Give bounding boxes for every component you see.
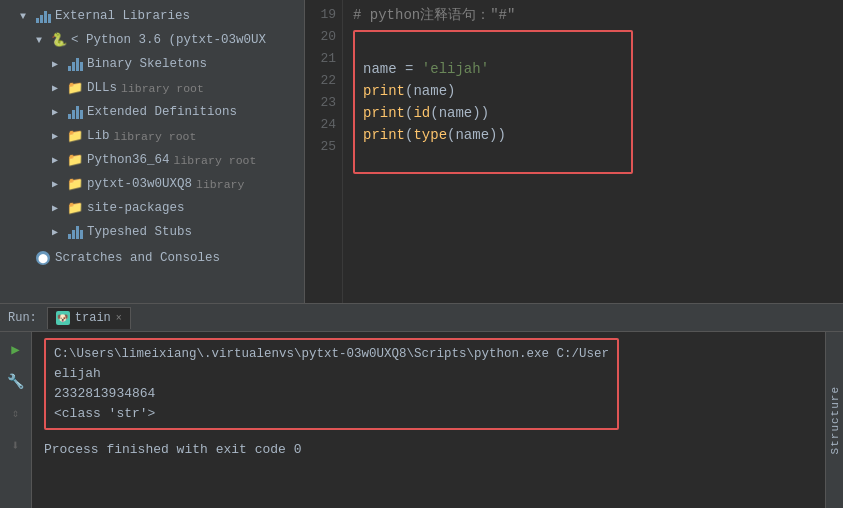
arrow-icon: ▶ — [52, 82, 66, 94]
run-tab-name: train — [75, 311, 111, 325]
bar-icon — [66, 56, 84, 72]
sidebar-item-extended-definitions[interactable]: ▶ Extended Definitions — [0, 100, 304, 124]
sidebar-item-label: External Libraries — [55, 9, 190, 23]
folder-icon: 📁 — [66, 128, 84, 144]
code-line-23: print(id(name)) — [363, 102, 623, 124]
comment-hash: # python注释语句："#" — [353, 7, 515, 23]
library-root-label: library root — [121, 82, 204, 95]
arrow-icon: ▶ — [52, 226, 66, 238]
arrow-icon: ▶ — [52, 178, 66, 190]
library-root-label: library root — [114, 130, 197, 143]
structure-label: Structure — [829, 386, 841, 454]
run-toolbar: ▶ 🔧 ⇕ ⬇ — [0, 332, 32, 508]
sidebar-item-label: pytxt-03w0UXQ8 — [87, 177, 192, 191]
line-numbers: 19 20 21 22 23 24 25 — [305, 0, 343, 303]
folder-icon: 📁 — [66, 176, 84, 192]
scratches-icon: ⬤ — [34, 250, 52, 266]
code-highlight-box: name = 'elijah' print(name) print(id(nam… — [353, 30, 633, 174]
sidebar-item-label: Extended Definitions — [87, 105, 237, 119]
sidebar-item-lib[interactable]: ▶ 📁 Lib library root — [0, 124, 304, 148]
run-panel: Run: 🐶 train × ▶ 🔧 ⇕ ⬇ C:\Users\limeixia… — [0, 303, 843, 508]
folder-icon: 📁 — [66, 152, 84, 168]
process-finished-line: Process finished with exit code 0 — [44, 440, 813, 460]
sidebar-item-label: Binary Skeletons — [87, 57, 207, 71]
run-label: Run: — [8, 311, 37, 325]
output-path-line: C:\Users\limeixiang\.virtualenvs\pytxt-0… — [54, 344, 609, 364]
sidebar-item-label: Python36_64 — [87, 153, 170, 167]
folder-icon: 📁 — [66, 200, 84, 216]
arrow-icon: ▶ — [52, 130, 66, 142]
folder-icon: 📁 — [66, 80, 84, 96]
sidebar-item-site-packages[interactable]: ▶ 📁 site-packages — [0, 196, 304, 220]
arrow-icon: ▼ — [20, 11, 34, 22]
bar-icon — [66, 104, 84, 120]
run-play-button[interactable]: ▶ — [5, 338, 27, 360]
bar-icon — [66, 224, 84, 240]
output-area: C:\Users\limeixiang\.virtualenvs\pytxt-0… — [32, 332, 825, 508]
sidebar-item-python36[interactable]: ▼ 🐍 < Python 3.6 (pytxt-03w0UX — [0, 28, 304, 52]
structure-panel: Structure — [825, 332, 843, 508]
code-editor: 19 20 21 22 23 24 25 # python注释语句："#" na… — [305, 0, 843, 303]
code-line-21: name = 'elijah' — [363, 58, 623, 80]
run-tabs-bar: Run: 🐶 train × — [0, 304, 843, 332]
arrow-icon: ▶ — [52, 202, 66, 214]
sidebar-item-scratches[interactable]: ▶ ⬤ Scratches and Consoles — [0, 246, 304, 270]
run-tab-icon: 🐶 — [56, 311, 70, 325]
sidebar-item-external-libraries[interactable]: ▼ External Libraries — [0, 4, 304, 28]
code-line-20 — [363, 36, 623, 58]
arrow-icon: ▶ — [52, 58, 66, 70]
library-root-label: library root — [174, 154, 257, 167]
sidebar-item-python36-64[interactable]: ▶ 📁 Python36_64 library root — [0, 148, 304, 172]
external-libraries-section: ▼ External Libraries ▼ 🐍 < Python 3.6 (p… — [0, 0, 304, 274]
sidebar-item-label: < Python 3.6 (pytxt-03w0UX — [71, 33, 266, 47]
arrow-icon: ▶ — [52, 106, 66, 118]
sidebar-item-label: site-packages — [87, 201, 185, 215]
run-scroll-down-button[interactable]: ⬇ — [5, 434, 27, 456]
run-tab-close-button[interactable]: × — [116, 313, 122, 324]
sidebar-item-label: DLLs — [87, 81, 117, 95]
arrow-icon: ▶ — [52, 154, 66, 166]
run-scroll-top-button[interactable]: ⇕ — [5, 402, 27, 424]
sidebar-item-dlls[interactable]: ▶ 📁 DLLs library root — [0, 76, 304, 100]
code-content[interactable]: # python注释语句："#" name = 'elijah' print(n… — [343, 0, 843, 303]
output-highlight-box: C:\Users\limeixiang\.virtualenvs\pytxt-0… — [44, 338, 619, 430]
arrow-icon: ▼ — [36, 35, 50, 46]
sidebar-item-binary-skeletons[interactable]: ▶ Binary Skeletons — [0, 52, 304, 76]
file-tree: ▼ External Libraries ▼ 🐍 < Python 3.6 (p… — [0, 0, 305, 303]
run-settings-button[interactable]: 🔧 — [5, 370, 27, 392]
sidebar-item-pytxt[interactable]: ▶ 📁 pytxt-03w0UXQ8 library — [0, 172, 304, 196]
run-tab-train[interactable]: 🐶 train × — [47, 307, 131, 329]
sidebar-item-label: Scratches and Consoles — [55, 251, 220, 265]
code-line-22: print(name) — [363, 80, 623, 102]
python-icon: 🐍 — [50, 32, 68, 48]
output-line-1: elijah — [54, 364, 609, 384]
code-line-24: print(type(name)) — [363, 124, 623, 146]
sidebar-item-typeshed[interactable]: ▶ Typeshed Stubs — [0, 220, 304, 244]
sidebar-item-label: Typeshed Stubs — [87, 225, 192, 239]
output-line-2: 2332813934864 — [54, 384, 609, 404]
code-line-25 — [363, 146, 623, 168]
bottom-content: ▶ 🔧 ⇕ ⬇ C:\Users\limeixiang\.virtualenvs… — [0, 332, 843, 508]
library-icon — [34, 8, 52, 24]
output-line-3: <class 'str'> — [54, 404, 609, 424]
code-line-19: # python注释语句："#" — [353, 4, 833, 26]
sidebar-item-label: Lib — [87, 129, 110, 143]
library-label: library — [196, 178, 244, 191]
